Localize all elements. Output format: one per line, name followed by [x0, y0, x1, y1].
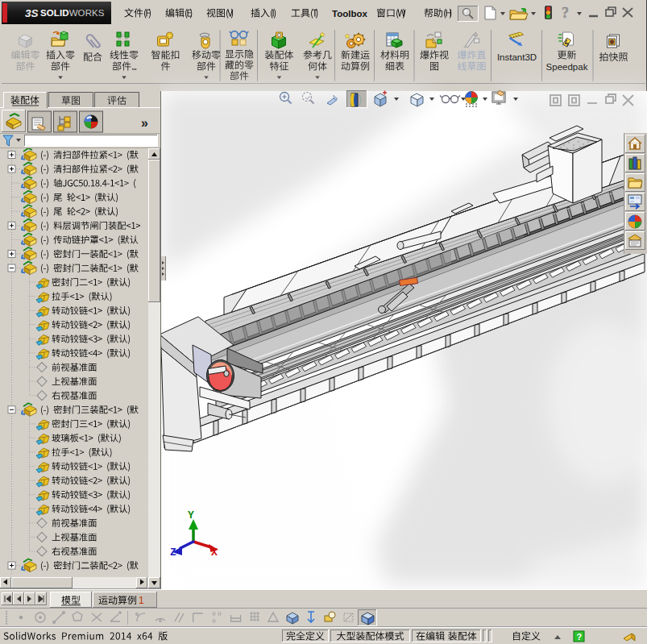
- svg-text:»: »: [141, 116, 148, 130]
- svg-text:X: X: [211, 546, 218, 559]
- svg-text:?: ?: [577, 632, 583, 642]
- svg-text:Z: Z: [170, 546, 176, 559]
- svg-text:Toolbox: Toolbox: [332, 9, 367, 19]
- svg-text:SOLIDWORKS: SOLIDWORKS: [40, 8, 105, 18]
- svg-text:Instant3D: Instant3D: [497, 52, 537, 62]
- svg-text:Y: Y: [188, 509, 194, 521]
- svg-text:1: 1: [139, 595, 144, 606]
- svg-text:3S: 3S: [25, 7, 39, 19]
- svg-text:Speedpak: Speedpak: [546, 62, 588, 72]
- svg-text:?: ?: [562, 5, 569, 21]
